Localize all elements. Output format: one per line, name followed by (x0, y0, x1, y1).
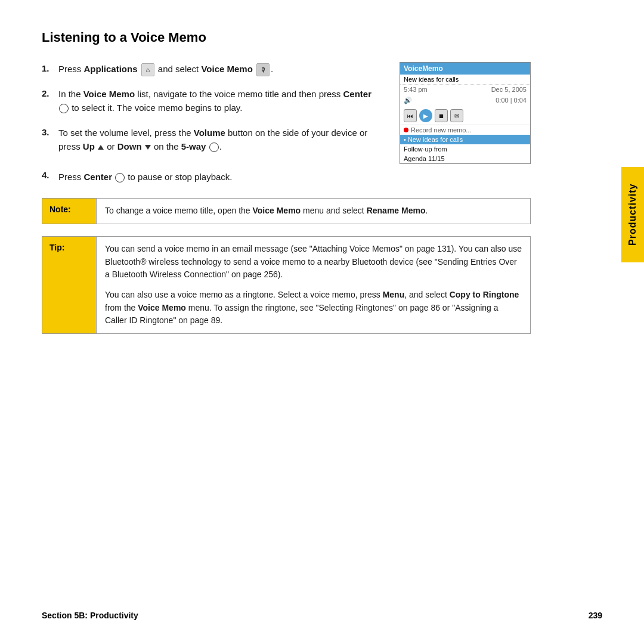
5way-icon (209, 143, 219, 152)
step-4-text: Press Center to pause or stop playback. (58, 170, 531, 184)
vm-time: 5:43 pm (404, 86, 428, 93)
voice-memo-widget: VoiceMemo New ideas for calls 5:43 pm De… (400, 62, 531, 164)
tip-paragraph-2: You can also use a voice memo as a ringt… (105, 289, 522, 327)
step-2-text: In the Voice Memo list, navigate to the … (58, 87, 382, 115)
tip-box: Tip: You can send a voice memo in an ema… (42, 236, 531, 334)
vm-record-row: Record new memo... (400, 125, 530, 135)
vm-stop-btn[interactable]: ⏹ (435, 109, 448, 122)
vm-speaker-icon: 🔊 (404, 97, 412, 104)
vm-list-item-3: Agenda 11/15 (400, 154, 530, 163)
vm-time-row: 5:43 pm Dec 5, 2005 (400, 85, 530, 95)
vm-date: Dec 5, 2005 (491, 86, 527, 93)
tip-paragraph-1: You can send a voice memo in an email me… (105, 243, 522, 281)
vm-title: VoiceMemo (400, 63, 530, 75)
step-4-number: 4. (42, 170, 58, 184)
down-arrow-icon (145, 145, 151, 150)
step-2: 2. In the Voice Memo list, navigate to t… (42, 87, 382, 115)
note-box: Note: To change a voice memo title, open… (42, 198, 531, 224)
note-content: To change a voice memo title, open the V… (96, 199, 530, 224)
vm-play-btn[interactable]: ▶ (419, 109, 432, 122)
center-icon-step4 (115, 173, 125, 182)
vm-record-label: Record new memo... (411, 126, 471, 134)
applications-icon: ⌂ (141, 63, 154, 76)
vm-rewind-btn[interactable]: ⏮ (404, 109, 417, 122)
sidebar-tab: Productivity (621, 167, 644, 262)
center-button-icon (59, 104, 69, 113)
vm-memo-name: New ideas for calls (404, 76, 459, 83)
note-label: Note: (42, 199, 96, 224)
step-3: 3. To set the volume level, press the Vo… (42, 126, 382, 154)
step-1-number: 1. (42, 62, 58, 76)
vm-memo-name-row: New ideas for calls (400, 75, 530, 85)
up-arrow-icon (98, 145, 104, 150)
vm-list-item-2: Follow-up from (400, 144, 530, 154)
step-2-number: 2. (42, 87, 58, 115)
vm-email-btn[interactable]: ✉ (450, 109, 463, 122)
tip-label: Tip: (42, 237, 96, 333)
footer: Section 5B: Productivity 239 (42, 611, 602, 620)
step-1-text: Press Applications ⌂ and select Voice Me… (58, 62, 382, 76)
vm-controls: ⏮ ▶ ⏹ ✉ (400, 107, 530, 125)
vm-record-dot (404, 128, 408, 132)
step-3-text: To set the volume level, press the Volum… (58, 126, 382, 154)
step-1: 1. Press Applications ⌂ and select Voice… (42, 62, 382, 76)
page-title: Listening to a Voice Memo (42, 30, 531, 45)
footer-right: 239 (589, 611, 602, 620)
step-4: 4. Press Center to pause or stop playbac… (42, 170, 531, 184)
tip-content: You can send a voice memo in an email me… (96, 237, 530, 333)
vm-duration-row: 🔊 0:00 | 0:04 (400, 95, 530, 107)
step-3-number: 3. (42, 126, 58, 154)
footer-left: Section 5B: Productivity (42, 611, 138, 620)
voice-memo-icon: 🎙 (256, 63, 270, 76)
vm-duration: 0:00 | 0:04 (496, 97, 527, 104)
vm-list-item-1: • New ideas for calls (400, 135, 530, 144)
